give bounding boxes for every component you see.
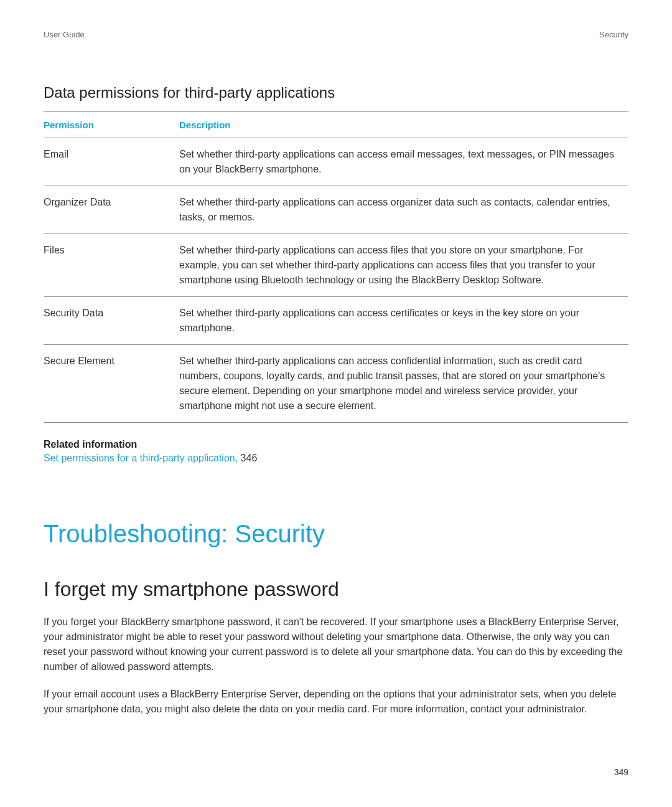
- related-link-page: 346: [238, 453, 257, 463]
- table-row: Organizer Data Set whether third-party a…: [44, 186, 628, 234]
- permission-name: Organizer Data: [44, 186, 179, 234]
- table-header-description: Description: [179, 112, 628, 138]
- body-paragraph: If you forget your BlackBerry smartphone…: [44, 615, 628, 674]
- table-row: Secure Element Set whether third-party a…: [44, 345, 628, 423]
- table-row: Security Data Set whether third-party ap…: [44, 297, 628, 345]
- permission-description: Set whether third-party applications can…: [179, 186, 628, 234]
- table-row: Email Set whether third-party applicatio…: [44, 138, 628, 186]
- subsection-title: I forget my smartphone password: [44, 578, 628, 601]
- permission-name: Secure Element: [44, 345, 179, 423]
- related-link[interactable]: Set permissions for a third-party applic…: [44, 453, 238, 463]
- table-header-permission: Permission: [44, 112, 179, 138]
- page-header: User Guide Security: [44, 30, 628, 39]
- permission-description: Set whether third-party applications can…: [179, 297, 628, 345]
- permission-description: Set whether third-party applications can…: [179, 345, 628, 423]
- header-right: Security: [599, 30, 628, 39]
- header-left: User Guide: [44, 30, 85, 39]
- permission-name: Files: [44, 234, 179, 297]
- permissions-table: Permission Description Email Set whether…: [44, 111, 628, 423]
- permission-description: Set whether third-party applications can…: [179, 234, 628, 297]
- page-number: 349: [614, 767, 628, 777]
- permission-description: Set whether third-party applications can…: [179, 138, 628, 186]
- related-information: Related information Set permissions for …: [44, 439, 628, 466]
- section-title: Data permissions for third-party applica…: [44, 84, 628, 101]
- table-row: Files Set whether third-party applicatio…: [44, 234, 628, 297]
- permission-name: Security Data: [44, 297, 179, 345]
- body-paragraph: If your email account uses a BlackBerry …: [44, 687, 628, 717]
- table-header-row: Permission Description: [44, 112, 628, 138]
- related-info-title: Related information: [44, 439, 628, 450]
- permission-name: Email: [44, 138, 179, 186]
- chapter-title: Troubleshooting: Security: [44, 520, 628, 548]
- related-link-line: Set permissions for a third-party applic…: [44, 450, 628, 466]
